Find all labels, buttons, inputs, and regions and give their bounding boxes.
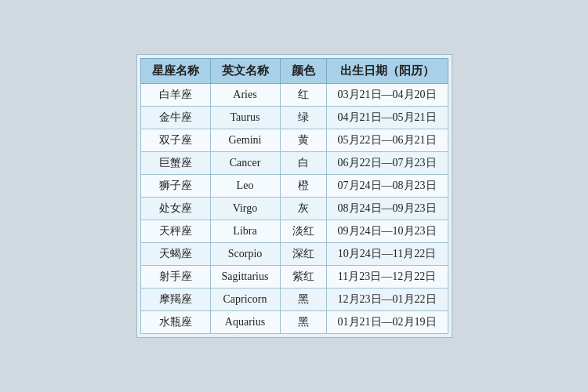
cell-english: Virgo <box>210 198 280 220</box>
cell-color: 黑 <box>280 289 326 311</box>
cell-english: Cancer <box>210 152 280 175</box>
cell-color: 黑 <box>280 311 326 334</box>
cell-english: Aries <box>210 84 280 107</box>
cell-english: Libra <box>210 220 280 243</box>
table-row: 巨蟹座Cancer白06月22日—07月23日 <box>140 152 448 175</box>
cell-chinese: 金牛座 <box>140 107 210 129</box>
table-body: 白羊座Aries红03月21日—04月20日金牛座Taurus绿04月21日—0… <box>140 84 448 334</box>
table-row: 天蝎座Scorpio深红10月24日—11月22日 <box>140 243 448 266</box>
cell-color: 紫红 <box>280 266 326 289</box>
table-row: 水瓶座Aquarius黑01月21日—02月19日 <box>140 311 448 334</box>
cell-chinese: 摩羯座 <box>140 289 210 311</box>
table-row: 摩羯座Capricorn黑12月23日—01月22日 <box>140 289 448 311</box>
cell-dates: 10月24日—11月22日 <box>326 243 448 266</box>
cell-dates: 11月23日—12月22日 <box>326 266 448 289</box>
cell-chinese: 射手座 <box>140 266 210 289</box>
table-header-row: 星座名称 英文名称 颜色 出生日期（阳历） <box>140 59 448 84</box>
cell-dates: 03月21日—04月20日 <box>326 84 448 107</box>
cell-dates: 12月23日—01月22日 <box>326 289 448 311</box>
cell-chinese: 天蝎座 <box>140 243 210 266</box>
cell-chinese: 水瓶座 <box>140 311 210 334</box>
cell-dates: 04月21日—05月21日 <box>326 107 448 129</box>
table-row: 天秤座Libra淡红09月24日—10月23日 <box>140 220 448 243</box>
cell-english: Taurus <box>210 107 280 129</box>
cell-english: Sagittarius <box>210 266 280 289</box>
cell-color: 红 <box>280 84 326 107</box>
cell-color: 橙 <box>280 175 326 198</box>
table-row: 金牛座Taurus绿04月21日—05月21日 <box>140 107 448 129</box>
cell-chinese: 处女座 <box>140 198 210 220</box>
table-row: 狮子座Leo橙07月24日—08月23日 <box>140 175 448 198</box>
table-row: 白羊座Aries红03月21日—04月20日 <box>140 84 448 107</box>
cell-color: 淡红 <box>280 220 326 243</box>
cell-chinese: 白羊座 <box>140 84 210 107</box>
cell-english: Leo <box>210 175 280 198</box>
cell-english: Gemini <box>210 129 280 152</box>
cell-color: 绿 <box>280 107 326 129</box>
cell-chinese: 巨蟹座 <box>140 152 210 175</box>
table-row: 射手座Sagittarius紫红11月23日—12月22日 <box>140 266 448 289</box>
cell-dates: 06月22日—07月23日 <box>326 152 448 175</box>
zodiac-table: 星座名称 英文名称 颜色 出生日期（阳历） 白羊座Aries红03月21日—04… <box>140 58 448 334</box>
cell-chinese: 双子座 <box>140 129 210 152</box>
cell-english: Aquarius <box>210 311 280 334</box>
cell-dates: 09月24日—10月23日 <box>326 220 448 243</box>
cell-dates: 01月21日—02月19日 <box>326 311 448 334</box>
cell-dates: 05月22日—06月21日 <box>326 129 448 152</box>
col-header-dates: 出生日期（阳历） <box>326 59 448 84</box>
cell-dates: 07月24日—08月23日 <box>326 175 448 198</box>
col-header-english: 英文名称 <box>210 59 280 84</box>
col-header-chinese: 星座名称 <box>140 59 210 84</box>
cell-dates: 08月24日—09月23日 <box>326 198 448 220</box>
cell-chinese: 天秤座 <box>140 220 210 243</box>
cell-english: Scorpio <box>210 243 280 266</box>
zodiac-table-wrapper: 星座名称 英文名称 颜色 出生日期（阳历） 白羊座Aries红03月21日—04… <box>136 54 452 338</box>
cell-color: 黄 <box>280 129 326 152</box>
cell-english: Capricorn <box>210 289 280 311</box>
table-row: 双子座Gemini黄05月22日—06月21日 <box>140 129 448 152</box>
cell-chinese: 狮子座 <box>140 175 210 198</box>
cell-color: 白 <box>280 152 326 175</box>
cell-color: 深红 <box>280 243 326 266</box>
cell-color: 灰 <box>280 198 326 220</box>
table-row: 处女座Virgo灰08月24日—09月23日 <box>140 198 448 220</box>
col-header-color: 颜色 <box>280 59 326 84</box>
